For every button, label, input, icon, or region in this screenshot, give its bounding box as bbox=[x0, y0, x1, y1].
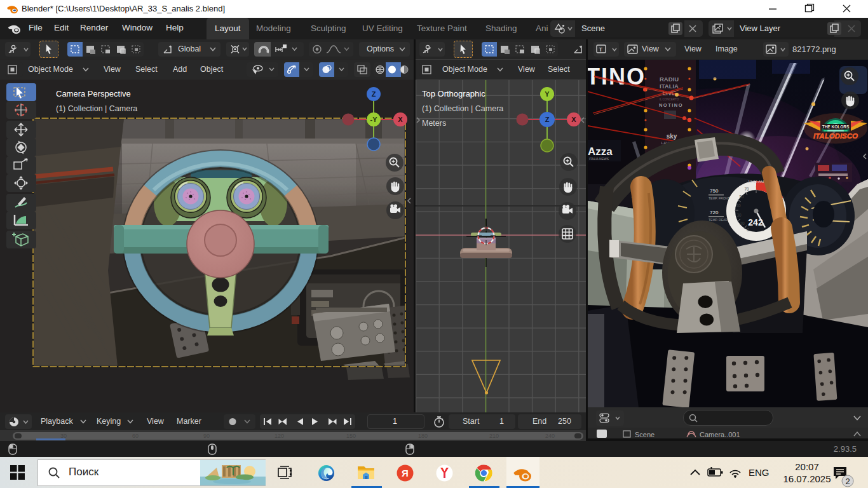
svg-text:(1) Collection | Camera: (1) Collection | Camera bbox=[56, 104, 137, 113]
svg-text:X: X bbox=[571, 116, 576, 123]
svg-text:X: X bbox=[398, 116, 403, 123]
svg-text:NOTINO: NOTINO bbox=[659, 102, 683, 108]
svg-text:Camera Perspective: Camera Perspective bbox=[56, 89, 131, 98]
svg-text:TEMP. REAR: TEMP. REAR bbox=[709, 218, 728, 222]
svg-text:sky: sky bbox=[667, 133, 677, 140]
svg-text:THE KOLORS: THE KOLORS bbox=[822, 125, 850, 129]
svg-text:TEMP. FRONT: TEMP. FRONT bbox=[709, 196, 729, 200]
svg-text:0: 0 bbox=[747, 227, 749, 232]
svg-text:720: 720 bbox=[710, 210, 719, 215]
svg-text:Z: Z bbox=[372, 90, 376, 98]
svg-text:20: 20 bbox=[740, 221, 745, 226]
svg-text:Azza: Azza bbox=[588, 146, 613, 158]
svg-text:RADIU: RADIU bbox=[660, 76, 679, 83]
svg-text:242: 242 bbox=[748, 217, 763, 227]
svg-text:Top Orthographic: Top Orthographic bbox=[422, 89, 485, 98]
svg-text:80: 80 bbox=[756, 185, 761, 189]
svg-text:Я: Я bbox=[402, 468, 409, 478]
svg-text:ITALODISCO: ITALODISCO bbox=[813, 132, 858, 140]
svg-text:ITALIA NEWS: ITALIA NEWS bbox=[589, 157, 609, 161]
svg-text:(1) Collection | Camera: (1) Collection | Camera bbox=[422, 104, 503, 113]
svg-text:IL CONCERTO: IL CONCERTO bbox=[660, 98, 679, 101]
svg-text:ITALIA: ITALIA bbox=[660, 83, 679, 90]
svg-text:Camera..001: Camera..001 bbox=[700, 431, 740, 438]
svg-text:-Y: -Y bbox=[370, 116, 378, 123]
svg-text:750: 750 bbox=[710, 188, 719, 194]
svg-text:70: 70 bbox=[744, 187, 749, 191]
svg-text:40: 40 bbox=[736, 203, 741, 208]
svg-text:12:36 AM: 12:36 AM bbox=[748, 180, 764, 184]
svg-text:Meters: Meters bbox=[422, 119, 446, 128]
svg-text:Y: Y bbox=[545, 90, 550, 98]
svg-text:30: 30 bbox=[736, 213, 742, 217]
svg-text:Scene: Scene bbox=[635, 431, 654, 438]
svg-text:2: 2 bbox=[845, 477, 850, 486]
svg-text:50: 50 bbox=[739, 194, 744, 199]
svg-text:Z: Z bbox=[545, 116, 550, 123]
svg-text:T: T bbox=[599, 46, 603, 53]
